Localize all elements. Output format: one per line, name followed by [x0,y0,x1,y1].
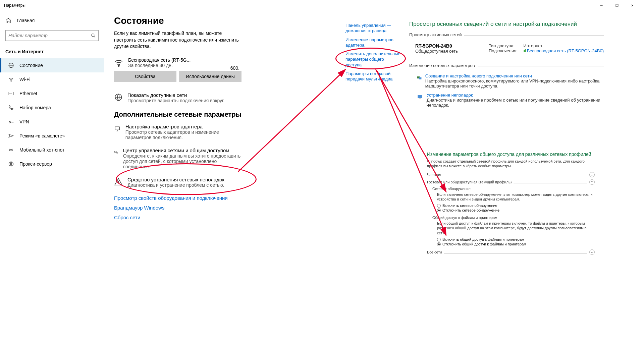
new-connection-item[interactable]: Создание и настройка нового подключения … [409,71,604,91]
minimize-button[interactable]: ─ [594,0,609,11]
search-icon [91,33,96,38]
signal-icon: ııll [524,48,526,53]
all-networks-row[interactable]: Все сети ⌄ [427,249,595,255]
sharing-center-icon [114,148,118,157]
guest-profile-row[interactable]: Гостевая или общедоступная (текущий проф… [427,179,595,185]
dialup-icon [8,105,14,111]
cp-home-link[interactable]: Панель управления — домашняя страница [345,23,401,34]
active-net-type: Общедоступная сеть [415,49,458,54]
svg-point-2 [11,81,11,82]
connection-period: За последние 30 дн. [128,63,191,68]
connections-label: Подключения: [489,48,522,53]
home-button[interactable]: Главная [0,14,104,27]
divider [478,66,604,66]
show-networks-item[interactable]: Показать доступные сети Просмотрите вари… [114,92,241,103]
sidebar-item-airplane[interactable]: Режим «в самолете» [0,129,104,143]
sidebar-item-hotspot[interactable]: Мобильный хот-спот [0,143,104,157]
cp-media-link[interactable]: Параметры потоковой передачи мультимедиа [345,71,401,82]
discovery-on-radio[interactable]: Включить сетевое обнаружение [437,204,595,208]
active-network-row: RT-5GPON-24B0 Общедоступная сеть Тип дос… [409,41,604,56]
control-panel-links: Панель управления — домашняя страница Из… [345,23,401,85]
divider [464,35,604,36]
maximize-button[interactable]: ❐ [609,0,625,11]
filesharing-on-radio[interactable]: Включить общий доступ к файлам и принтер… [437,237,595,241]
connection-link[interactable]: Беспроводная сеть (RT-5GPON-24B0) [527,48,604,53]
discovery-off-radio[interactable]: Отключить сетевое обнаружение [437,208,595,212]
sidebar-item-label: Wi-Fi [19,77,31,82]
nc-troubleshoot-item[interactable]: Устранение неполадок Диагностика и испра… [409,91,604,110]
sidebar-item-proxy[interactable]: Прокси-сервер [0,157,104,171]
search-box[interactable] [5,30,99,41]
sidebar-item-wifi[interactable]: Wi-Fi [0,72,104,87]
svg-point-0 [92,34,94,37]
adapter-settings-item[interactable]: Настройка параметров адаптера Просмотр с… [114,124,241,140]
network-center-item[interactable]: Центр управления сетями и общим доступом… [114,148,241,169]
content: Состояние Если у вас лимитный тарифный п… [104,11,644,344]
data-usage-button[interactable]: Использование данны [179,71,241,82]
svg-rect-9 [115,127,119,130]
file-sharing-section: Общий доступ к файлам и принтерам Если о… [432,216,595,246]
advanced-sharing-panel: Изменение параметров общего доступа для … [427,152,595,257]
svg-rect-11 [116,153,118,154]
divider [443,176,587,176]
adapter-title: Настройка параметров адаптера [125,124,241,129]
sidebar-item-dialup[interactable]: Набор номера [0,101,104,115]
radio-icon [437,238,441,241]
wifi-icon [8,76,14,82]
network-center-desc: Определите, к каким данным вы хотите пре… [123,153,241,169]
sidebar-item-label: Прокси-сервер [19,161,52,167]
discovery-title: Сетевое обнаружение [432,187,595,191]
network-discovery-section: Сетевое обнаружение Если включено сетево… [432,187,595,213]
nc-title: Просмотр основных сведений о сети и наст… [409,21,604,27]
ethernet-icon [8,91,14,97]
chevron-up-icon: ⌃ [589,179,595,185]
sidebar-item-label: Набор номера [19,105,51,110]
new-connection-icon [417,74,422,81]
radio-label: Включить сетевое обнаружение [442,204,497,208]
discovery-desc: Если включено сетевое обнаружение, этот … [437,192,595,202]
sidebar-item-vpn[interactable]: VPN [0,115,104,129]
hotspot-icon [8,147,14,153]
page-title: Состояние [114,15,241,26]
window-controls: ─ ❐ ✕ [594,0,640,11]
private-profile-row[interactable]: Частная ⌄ [427,172,595,177]
adapter-icon [114,124,121,133]
adapter-desc: Просмотр сетевых адаптеров и изменение п… [125,129,241,140]
search-input[interactable] [8,33,91,38]
proxy-icon [8,161,14,167]
cp-sharing-link[interactable]: Изменить дополнительные параметры общего… [345,51,401,68]
svg-point-5 [11,150,12,151]
status-icon [8,62,14,68]
network-center-title: Центр управления сетями и общим доступом [123,148,241,153]
network-reset-link[interactable]: Сброс сети [114,215,241,220]
sidebar-item-status[interactable]: Состояние [0,58,104,72]
filesharing-off-radio[interactable]: Отключить общий доступ к файлам и принте… [437,242,595,246]
show-networks-title: Показать доступные сети [127,92,224,98]
status-description: Если у вас лимитный тарифный план, вы мо… [114,30,241,50]
home-icon [5,17,11,23]
properties-button[interactable]: Свойства [114,71,176,82]
svg-rect-10 [115,151,116,153]
cp-adapter-link[interactable]: Изменение параметров адаптера [345,37,401,48]
guest-label: Гостевая или общедоступная (текущий проф… [427,180,512,184]
sidebar: Главная Сеть и Интернет Состояние Wi-Fi … [0,11,104,344]
sidebar-item-label: Мобильный хот-спот [19,147,64,153]
sidebar-item-label: VPN [19,119,29,124]
troubleshoot-item[interactable]: Средство устранения сетевых неполадок Ди… [114,177,241,188]
new-connection-desc: Настройка широкополосного, коммутируемог… [425,78,604,89]
network-center-panel: Просмотр основных сведений о сети и наст… [409,21,604,110]
hardware-props-link[interactable]: Просмотр свойств оборудования и подключе… [114,195,241,201]
svg-rect-14 [418,95,422,98]
firewall-link[interactable]: Брандмауэр Windows [114,205,241,211]
close-button[interactable]: ✕ [625,0,640,11]
troubleshoot-icon [417,93,423,101]
access-type-label: Тип доступа: [489,43,522,48]
new-connection-title: Создание и настройка нового подключения … [425,73,604,78]
sidebar-item-ethernet[interactable]: Ethernet [0,87,104,101]
radio-icon [437,204,441,208]
radio-icon [437,209,441,212]
sidebar-item-label: Режим «в самолете» [19,133,65,138]
airplane-icon [8,133,14,139]
nc-troubleshoot-desc: Диагностика и исправление проблем с сеть… [427,98,604,108]
connection-name: Беспроводная сеть (RT-5G... [128,57,191,63]
